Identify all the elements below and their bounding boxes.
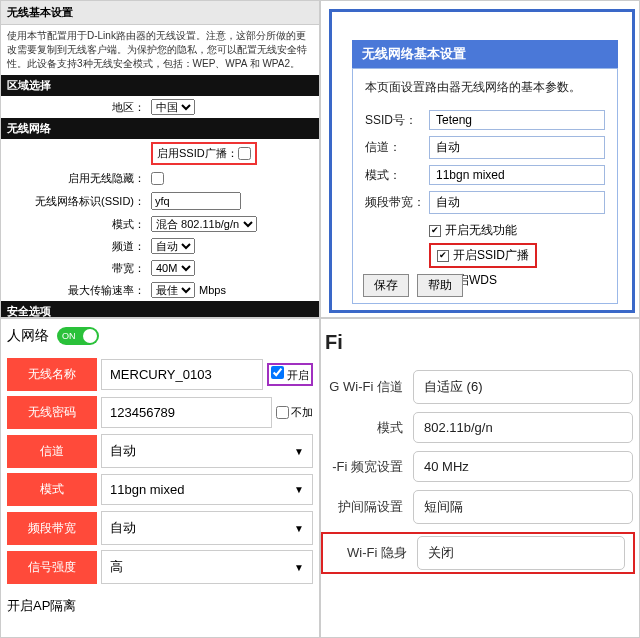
ios-wifi-panel: Fi G Wi-Fi 信道 自适应 (6) 模式 802.11b/g/n -Fi…: [320, 318, 640, 638]
tplink-wireless-panel: 无线网络基本设置 本页面设置路由器无线网络的基本参数。 SSID号： Teten…: [320, 0, 640, 318]
mode-label: 模式: [7, 473, 97, 506]
enable-hidden-label: 启用无线隐藏：: [1, 171, 151, 186]
panel-description: 使用本节配置用于D-Link路由器的无线设置。注意，这部分所做的更改需要复制到无…: [1, 25, 319, 75]
section-wifi: 无线网络: [1, 118, 319, 139]
width-label: 带宽：: [1, 261, 151, 276]
section-security: 安全选项: [1, 301, 319, 318]
signal-select[interactable]: 高▼: [101, 550, 313, 584]
broadcast-checkbox[interactable]: [271, 366, 284, 379]
bandwidth-label: -Fi 频宽设置: [321, 458, 413, 476]
rate-label: 最大传输速率：: [1, 283, 151, 298]
chevron-down-icon: ▼: [294, 446, 304, 457]
mode-select[interactable]: 802.11b/g/n: [413, 412, 633, 443]
enable-ssid-checkbox[interactable]: [238, 147, 251, 160]
panel-title: 无线基本设置: [1, 1, 319, 25]
channel-select[interactable]: 自动: [429, 136, 605, 159]
enable-ssid-highlight: ✔ 开启SSID广播: [429, 243, 537, 268]
bandwidth-select[interactable]: 自动▼: [101, 511, 313, 545]
password-input[interactable]: 123456789: [101, 397, 272, 428]
enable-wireless-label: 开启无线功能: [445, 222, 517, 239]
chevron-down-icon: ▼: [294, 562, 304, 573]
channel-label: 频道：: [1, 239, 151, 254]
guard-interval-label: 护间隔设置: [321, 498, 413, 516]
channel-select[interactable]: 自适应 (6): [413, 370, 633, 404]
save-button[interactable]: 保存: [363, 274, 409, 297]
mode-select[interactable]: 11bgn mixed▼: [101, 474, 313, 505]
ssid-input[interactable]: MERCURY_0103: [101, 359, 263, 390]
ssid-label: SSID号：: [365, 112, 429, 129]
enable-ssid-highlight: 启用SSID广播：: [151, 142, 257, 165]
width-select[interactable]: 40M: [151, 260, 195, 276]
dlink-wireless-panel: 无线基本设置 使用本节配置用于D-Link路由器的无线设置。注意，这部分所做的更…: [0, 0, 320, 318]
rate-select[interactable]: 最佳: [151, 282, 195, 298]
enable-ssid-checkbox[interactable]: ✔: [437, 250, 449, 262]
panel-title: 人网络: [7, 327, 49, 345]
panel-title: 无线网络基本设置: [352, 40, 618, 68]
mode-select[interactable]: 混合 802.11b/g/n: [151, 216, 257, 232]
broadcast-highlight: 开启: [267, 363, 313, 386]
panel-title: Fi: [321, 319, 639, 362]
wifi-hidden-label: Wi-Fi 隐身: [325, 544, 417, 562]
ssid-label: 无线名称: [7, 358, 97, 391]
bandwidth-label: 频段带宽: [7, 512, 97, 545]
mercury-wireless-panel: 人网络 ON 无线名称 MERCURY_0103 开启 无线密码 1234567…: [0, 318, 320, 638]
ap-isolation-label: 开启AP隔离: [1, 589, 319, 623]
region-select[interactable]: 中国: [151, 99, 195, 115]
enable-wireless-checkbox[interactable]: ✔: [429, 225, 441, 237]
bw-select[interactable]: 自动: [429, 191, 605, 214]
mode-label: 模式: [321, 419, 413, 437]
channel-label: 信道：: [365, 139, 429, 156]
bw-label: 频段带宽：: [365, 194, 429, 211]
section-region: 区域选择: [1, 75, 319, 96]
wifi-toggle[interactable]: ON: [57, 327, 99, 345]
channel-select[interactable]: 自动: [151, 238, 195, 254]
ssid-input[interactable]: Teteng: [429, 110, 605, 130]
help-button[interactable]: 帮助: [417, 274, 463, 297]
channel-label: G Wi-Fi 信道: [321, 378, 413, 396]
rate-unit: Mbps: [199, 284, 226, 296]
mode-label: 模式：: [1, 217, 151, 232]
enable-ssid-label: 开启SSID广播: [453, 247, 529, 264]
mode-label: 模式：: [365, 167, 429, 184]
bandwidth-select[interactable]: 40 MHz: [413, 451, 633, 482]
window-frame: 无线网络基本设置 本页面设置路由器无线网络的基本参数。 SSID号： Teten…: [329, 9, 635, 313]
guard-interval-select[interactable]: 短间隔: [413, 490, 633, 524]
no-encrypt-checkbox[interactable]: [276, 406, 289, 419]
wifi-hidden-highlight: Wi-Fi 隐身 关闭: [321, 532, 635, 574]
signal-label: 信号强度: [7, 551, 97, 584]
ssid-label: 无线网络标识(SSID)：: [1, 194, 151, 209]
wifi-hidden-select[interactable]: 关闭: [417, 536, 625, 570]
region-label: 地区：: [1, 100, 151, 115]
password-label: 无线密码: [7, 396, 97, 429]
enable-hidden-checkbox[interactable]: [151, 172, 164, 185]
channel-select[interactable]: 自动▼: [101, 434, 313, 468]
mode-select[interactable]: 11bgn mixed: [429, 165, 605, 185]
channel-label: 信道: [7, 435, 97, 468]
ssid-input[interactable]: [151, 192, 241, 210]
panel-description: 本页面设置路由器无线网络的基本参数。: [365, 79, 605, 96]
chevron-down-icon: ▼: [294, 484, 304, 495]
chevron-down-icon: ▼: [294, 523, 304, 534]
